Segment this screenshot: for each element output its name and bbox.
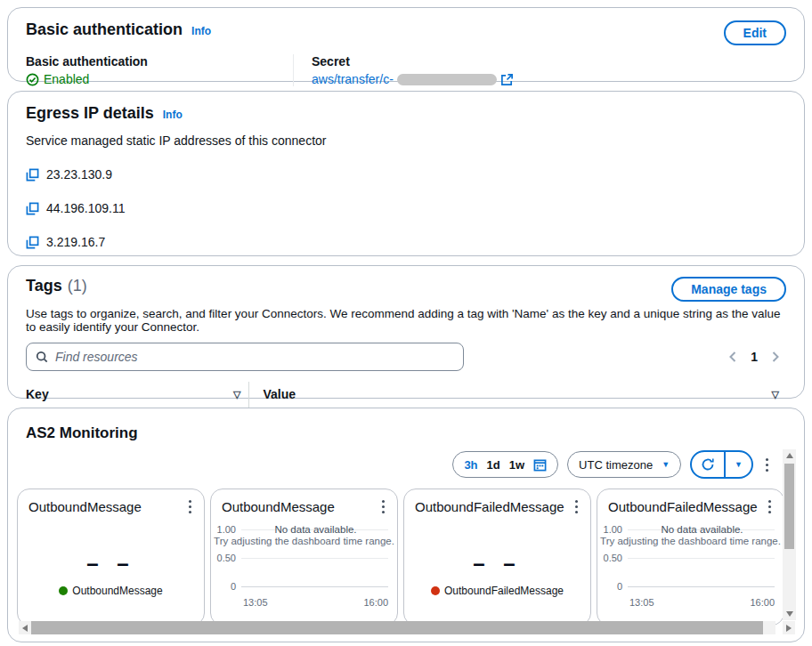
copy-icon[interactable]: [26, 202, 39, 215]
egress-ip-address: 23.23.130.9: [46, 167, 112, 182]
widget-outbound-message-value: OutboundMessage – – OutboundMessage: [17, 489, 205, 626]
y-axis-tick: 1.00: [211, 524, 236, 535]
column-header-key: Key: [26, 387, 49, 401]
widget-title: OutboundFailedMessage: [415, 499, 564, 514]
axis-line: [628, 586, 775, 587]
secret-link[interactable]: aws/transfer/c-: [312, 72, 514, 86]
refresh-options-button[interactable]: ▼: [724, 452, 751, 477]
egress-ip-panel: Egress IP details Info Service managed s…: [7, 91, 805, 256]
refresh-button[interactable]: [692, 452, 724, 477]
find-resources-search[interactable]: [26, 343, 464, 371]
legend-label: OutboundFailedMessage: [444, 585, 564, 597]
basic-auth-field-label: Basic authentication: [26, 54, 293, 69]
tags-panel: Tags (1) Manage tags Use tags to organiz…: [7, 265, 805, 399]
search-input[interactable]: [55, 350, 454, 364]
widget-outbound-message-chart: OutboundMessage No data available. Try a…: [210, 489, 398, 626]
scroll-up-arrow[interactable]: [783, 449, 796, 462]
monitoring-menu-button[interactable]: [762, 455, 772, 475]
x-axis-tick: 13:05: [243, 597, 268, 608]
basic-auth-status: Enabled: [44, 72, 89, 86]
calendar-icon[interactable]: [533, 458, 547, 472]
current-page: 1: [751, 350, 758, 364]
legend-dot-icon: [59, 586, 68, 595]
egress-ip-row: 44.196.109.11: [26, 201, 786, 215]
column-header-value: Value: [264, 387, 296, 401]
egress-ip-address: 44.196.109.11: [46, 201, 126, 215]
egress-ip-row: 23.23.130.9: [26, 167, 786, 182]
y-axis-tick: 0: [211, 581, 236, 592]
basic-auth-title: Basic authentication: [26, 20, 183, 39]
search-icon: [36, 351, 48, 363]
egress-ip-address: 3.219.16.7: [46, 235, 105, 249]
x-axis-tick: 13:05: [629, 597, 654, 608]
axis-line: [241, 586, 388, 587]
next-page-button[interactable]: [770, 351, 781, 363]
scroll-down-arrow[interactable]: [783, 608, 796, 620]
egress-title: Egress IP details: [26, 104, 154, 123]
monitoring-widgets: OutboundMessage – – OutboundMessage Outb…: [17, 489, 779, 626]
vertical-scrollbar-thumb[interactable]: [784, 464, 794, 549]
time-range-1w[interactable]: 1w: [509, 458, 524, 472]
timezone-label: UTC timezone: [579, 458, 653, 472]
widget-title: OutboundMessage: [222, 499, 335, 514]
y-axis-tick: 0: [597, 581, 622, 592]
scroll-right-arrow[interactable]: [783, 621, 795, 634]
x-axis-tick: 16:00: [363, 597, 388, 608]
y-axis-tick: 1.00: [597, 524, 622, 535]
chevron-down-icon: ▼: [735, 460, 743, 469]
pagination: 1: [727, 350, 781, 364]
widget-menu-button[interactable]: [572, 497, 581, 517]
monitoring-title: AS2 Monitoring: [8, 421, 804, 442]
copy-icon[interactable]: [26, 168, 39, 182]
no-data-hint: Try adjusting the dashboard time range.: [597, 536, 784, 546]
widget-title: OutboundMessage: [28, 499, 142, 514]
no-data-message: No data available.: [624, 524, 780, 535]
widget-outbound-failed-value: OutboundFailedMessage – – OutboundFailed…: [403, 489, 591, 626]
egress-info-link[interactable]: Info: [163, 109, 183, 121]
copy-icon[interactable]: [26, 236, 39, 249]
scroll-left-arrow[interactable]: [19, 621, 31, 634]
widget-menu-button[interactable]: [378, 497, 388, 517]
horizontal-scrollbar-thumb[interactable]: [31, 621, 763, 634]
legend-label: OutboundMessage: [72, 585, 162, 597]
refresh-split-button: ▼: [690, 450, 753, 479]
edit-button[interactable]: Edit: [724, 20, 786, 45]
chevron-down-icon: ▼: [662, 460, 670, 469]
tags-description: Use tags to organize, search, and filter…: [26, 307, 786, 334]
legend-item[interactable]: OutboundFailedMessage: [404, 585, 590, 597]
time-range-3h[interactable]: 3h: [464, 458, 477, 472]
widget-menu-button[interactable]: [765, 497, 775, 517]
previous-page-button[interactable]: [727, 351, 738, 363]
time-range-1d[interactable]: 1d: [487, 458, 500, 472]
refresh-icon: [701, 457, 715, 472]
time-range-control: 3h 1d 1w: [452, 451, 558, 478]
secret-redaction: [397, 74, 497, 85]
gridline: [241, 558, 388, 559]
monitoring-toolbar: 3h 1d 1w UTC timezone ▼ ▼: [8, 449, 772, 480]
legend-dot-icon: [431, 586, 440, 595]
vertical-scrollbar[interactable]: [783, 449, 796, 620]
filter-icon[interactable]: ▽: [233, 389, 240, 400]
manage-tags-button[interactable]: Manage tags: [671, 277, 786, 302]
secret-value-prefix: aws/transfer/c-: [312, 72, 394, 86]
widget-title: OutboundFailedMessage: [608, 499, 758, 514]
basic-auth-info-link[interactable]: Info: [191, 25, 211, 37]
no-data-message: No data available.: [238, 524, 394, 535]
check-circle-icon: [26, 73, 39, 86]
tags-count: (1): [68, 277, 87, 295]
y-axis-tick: 0.50: [211, 553, 236, 563]
filter-icon[interactable]: ▽: [772, 389, 779, 400]
widget-menu-button[interactable]: [185, 497, 195, 517]
timezone-dropdown[interactable]: UTC timezone ▼: [567, 451, 681, 478]
horizontal-scrollbar[interactable]: [19, 621, 775, 634]
y-axis-tick: 0.50: [597, 553, 622, 563]
widget-value: – –: [18, 551, 204, 576]
no-data-hint: Try adjusting the dashboard time range.: [211, 536, 397, 546]
chart-area: No data available. Try adjusting the das…: [597, 517, 784, 620]
chart-area: No data available. Try adjusting the das…: [211, 517, 397, 620]
as2-monitoring-panel: AS2 Monitoring 3h 1d 1w UTC timezone ▼ ▼: [7, 408, 805, 642]
basic-authentication-panel: Basic authentication Info Edit Basic aut…: [7, 7, 805, 82]
legend-item[interactable]: OutboundMessage: [18, 585, 204, 597]
external-link-icon: [500, 73, 514, 86]
widget-value: – –: [404, 551, 590, 576]
